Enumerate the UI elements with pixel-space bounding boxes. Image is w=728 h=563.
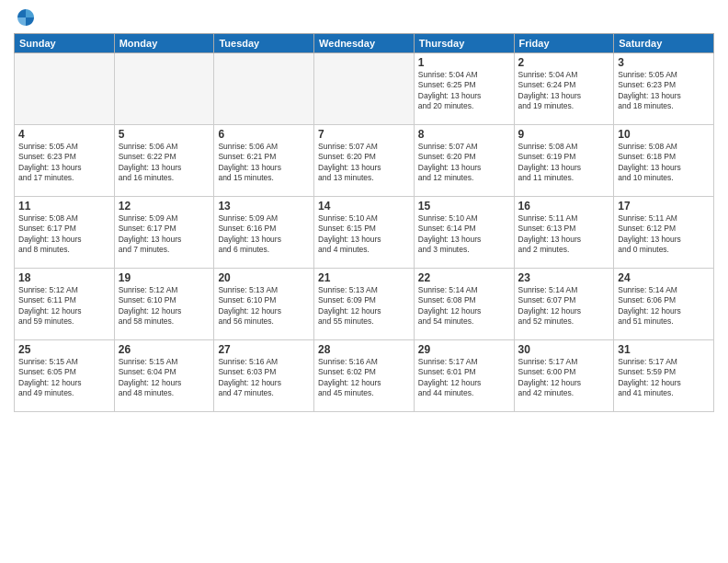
day-number: 27 [218,343,310,356]
weekday-header-row: SundayMondayTuesdayWednesdayThursdayFrid… [15,34,714,53]
week-row-3: 18Sunrise: 5:12 AM Sunset: 6:11 PM Dayli… [15,269,714,340]
day-info: Sunrise: 5:05 AM Sunset: 6:23 PM Dayligh… [618,70,710,112]
day-number: 18 [18,271,110,284]
calendar: SundayMondayTuesdayWednesdayThursdayFrid… [14,33,714,412]
day-info: Sunrise: 5:14 AM Sunset: 6:06 PM Dayligh… [618,285,710,327]
calendar-cell: 14Sunrise: 5:10 AM Sunset: 6:15 PM Dayli… [314,197,415,269]
day-number: 6 [218,128,310,141]
calendar-cell [314,53,415,125]
calendar-cell: 4Sunrise: 5:05 AM Sunset: 6:23 PM Daylig… [15,125,115,197]
calendar-cell: 10Sunrise: 5:08 AM Sunset: 6:18 PM Dayli… [614,125,714,197]
calendar-cell: 8Sunrise: 5:07 AM Sunset: 6:20 PM Daylig… [414,125,514,197]
day-info: Sunrise: 5:12 AM Sunset: 6:11 PM Dayligh… [18,285,110,327]
calendar-cell: 21Sunrise: 5:13 AM Sunset: 6:09 PM Dayli… [314,269,415,340]
weekday-header-friday: Friday [514,34,614,53]
day-info: Sunrise: 5:07 AM Sunset: 6:20 PM Dayligh… [418,142,510,184]
weekday-header-monday: Monday [114,34,214,53]
calendar-cell: 7Sunrise: 5:07 AM Sunset: 6:20 PM Daylig… [314,125,415,197]
calendar-cell: 28Sunrise: 5:16 AM Sunset: 6:02 PM Dayli… [314,340,415,412]
logo-icon [16,7,36,28]
day-number: 16 [518,200,610,213]
page: SundayMondayTuesdayWednesdayThursdayFrid… [0,0,728,563]
calendar-cell: 22Sunrise: 5:14 AM Sunset: 6:08 PM Dayli… [414,269,514,340]
day-info: Sunrise: 5:09 AM Sunset: 6:16 PM Dayligh… [218,213,310,256]
day-info: Sunrise: 5:17 AM Sunset: 6:00 PM Dayligh… [518,357,610,399]
day-number: 10 [618,128,710,141]
week-row-4: 25Sunrise: 5:15 AM Sunset: 6:05 PM Dayli… [15,340,714,412]
calendar-cell [114,53,214,125]
day-info: Sunrise: 5:15 AM Sunset: 6:05 PM Dayligh… [18,357,110,399]
day-number: 15 [418,200,510,213]
calendar-cell: 2Sunrise: 5:04 AM Sunset: 6:24 PM Daylig… [514,53,614,125]
day-info: Sunrise: 5:13 AM Sunset: 6:10 PM Dayligh… [218,285,310,327]
calendar-cell: 3Sunrise: 5:05 AM Sunset: 6:23 PM Daylig… [614,53,714,125]
calendar-cell: 30Sunrise: 5:17 AM Sunset: 6:00 PM Dayli… [514,340,614,412]
day-info: Sunrise: 5:08 AM Sunset: 6:17 PM Dayligh… [18,213,110,256]
day-info: Sunrise: 5:08 AM Sunset: 6:19 PM Dayligh… [518,142,610,184]
day-info: Sunrise: 5:05 AM Sunset: 6:23 PM Dayligh… [18,142,110,184]
day-number: 24 [618,271,710,284]
weekday-header-wednesday: Wednesday [314,34,415,53]
day-number: 19 [119,271,210,284]
day-info: Sunrise: 5:10 AM Sunset: 6:14 PM Dayligh… [418,213,510,256]
day-number: 13 [218,200,310,213]
calendar-cell: 19Sunrise: 5:12 AM Sunset: 6:10 PM Dayli… [114,269,214,340]
day-info: Sunrise: 5:04 AM Sunset: 6:24 PM Dayligh… [518,70,610,112]
day-number: 9 [518,128,610,141]
day-info: Sunrise: 5:12 AM Sunset: 6:10 PM Dayligh… [119,285,210,327]
day-number: 21 [318,271,410,284]
calendar-cell: 17Sunrise: 5:11 AM Sunset: 6:12 PM Dayli… [614,197,714,269]
day-info: Sunrise: 5:17 AM Sunset: 5:59 PM Dayligh… [618,357,710,399]
day-info: Sunrise: 5:14 AM Sunset: 6:07 PM Dayligh… [518,285,610,327]
day-number: 26 [119,343,210,356]
calendar-cell: 9Sunrise: 5:08 AM Sunset: 6:19 PM Daylig… [514,125,614,197]
weekday-header-saturday: Saturday [614,34,714,53]
calendar-cell [15,53,115,125]
weekday-header-sunday: Sunday [15,34,115,53]
calendar-cell: 13Sunrise: 5:09 AM Sunset: 6:16 PM Dayli… [214,197,314,269]
day-info: Sunrise: 5:11 AM Sunset: 6:13 PM Dayligh… [518,213,610,256]
day-number: 22 [418,271,510,284]
day-number: 29 [418,343,510,356]
calendar-cell: 6Sunrise: 5:06 AM Sunset: 6:21 PM Daylig… [214,125,314,197]
calendar-cell: 23Sunrise: 5:14 AM Sunset: 6:07 PM Dayli… [514,269,614,340]
day-number: 12 [119,200,210,213]
calendar-cell: 12Sunrise: 5:09 AM Sunset: 6:17 PM Dayli… [114,197,214,269]
day-info: Sunrise: 5:15 AM Sunset: 6:04 PM Dayligh… [119,357,210,399]
day-info: Sunrise: 5:17 AM Sunset: 6:01 PM Dayligh… [418,357,510,399]
calendar-cell: 18Sunrise: 5:12 AM Sunset: 6:11 PM Dayli… [15,269,115,340]
day-info: Sunrise: 5:16 AM Sunset: 6:03 PM Dayligh… [218,357,310,399]
day-number: 25 [18,343,110,356]
calendar-cell: 24Sunrise: 5:14 AM Sunset: 6:06 PM Dayli… [614,269,714,340]
day-number: 2 [518,56,610,69]
day-number: 5 [119,128,210,141]
day-number: 30 [518,343,610,356]
day-number: 14 [318,200,410,213]
calendar-cell: 11Sunrise: 5:08 AM Sunset: 6:17 PM Dayli… [15,197,115,269]
day-number: 3 [618,56,710,69]
day-number: 7 [318,128,410,141]
day-number: 8 [418,128,510,141]
calendar-cell [214,53,314,125]
weekday-header-tuesday: Tuesday [214,34,314,53]
day-info: Sunrise: 5:14 AM Sunset: 6:08 PM Dayligh… [418,285,510,327]
day-number: 28 [318,343,410,356]
day-number: 4 [18,128,110,141]
day-info: Sunrise: 5:07 AM Sunset: 6:20 PM Dayligh… [318,142,410,184]
day-number: 23 [518,271,610,284]
day-info: Sunrise: 5:09 AM Sunset: 6:17 PM Dayligh… [119,213,210,256]
calendar-cell: 31Sunrise: 5:17 AM Sunset: 5:59 PM Dayli… [614,340,714,412]
week-row-0: 1Sunrise: 5:04 AM Sunset: 6:25 PM Daylig… [15,53,714,125]
day-number: 1 [418,56,510,69]
header [14,9,714,26]
calendar-cell: 5Sunrise: 5:06 AM Sunset: 6:22 PM Daylig… [114,125,214,197]
calendar-cell: 16Sunrise: 5:11 AM Sunset: 6:13 PM Dayli… [514,197,614,269]
calendar-cell: 29Sunrise: 5:17 AM Sunset: 6:01 PM Dayli… [414,340,514,412]
week-row-2: 11Sunrise: 5:08 AM Sunset: 6:17 PM Dayli… [15,197,714,269]
logo [14,9,36,26]
calendar-cell: 20Sunrise: 5:13 AM Sunset: 6:10 PM Dayli… [214,269,314,340]
day-info: Sunrise: 5:13 AM Sunset: 6:09 PM Dayligh… [318,285,410,327]
day-number: 20 [218,271,310,284]
calendar-cell: 26Sunrise: 5:15 AM Sunset: 6:04 PM Dayli… [114,340,214,412]
day-number: 31 [618,343,710,356]
